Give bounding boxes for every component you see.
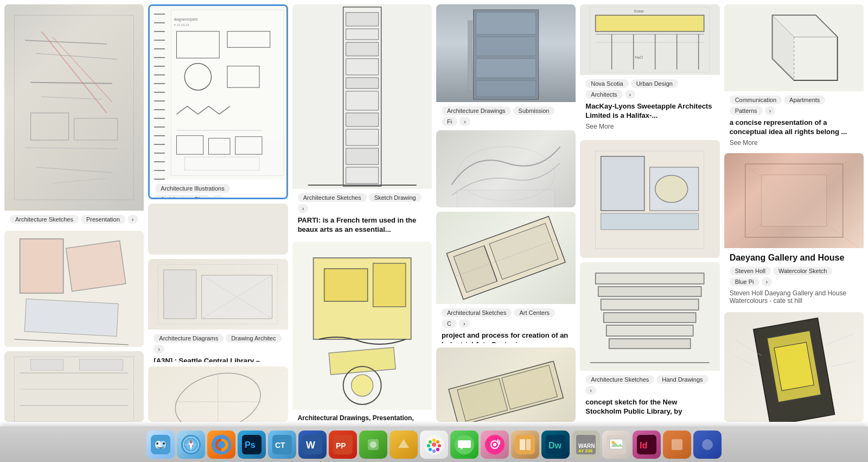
svg-rect-66 [457,190,555,207]
tag-steven-holl[interactable]: Steven Holl [730,267,771,275]
tag-apartments[interactable]: Apartments [784,96,825,104]
card-col2-4[interactable] [148,366,288,422]
card-col4-2[interactable] [436,130,576,207]
dock-item-firefox[interactable] [207,431,235,459]
card-desc: Steven Holl Daeyang Gallery and House Wa… [730,289,858,305]
card-info: Nova Scotia Urban Design Architects › Ma… [580,75,719,136]
tag-draw-arch[interactable]: Drawing Architec [226,334,282,343]
see-more-link[interactable]: See More [298,237,426,237]
tag-arch-sketches[interactable]: Architecture Sketches [10,215,79,224]
dock-item-dreamweaver[interactable]: Dw [541,431,570,459]
dock-item-books[interactable] [511,431,539,459]
tag-more[interactable]: › [585,386,596,395]
card-image [724,4,864,91]
card-col6-2[interactable]: Daeyang Gallery and House Steven Holl Wa… [724,153,864,308]
dock-item-ct[interactable]: CT [268,431,296,459]
card-col4-3[interactable]: Architectural Sketches Art Centers C › p… [436,212,576,343]
see-more-link[interactable]: See More [585,123,714,130]
svg-rect-157 [499,440,500,445]
tag-architects[interactable]: Architects [585,90,622,99]
card-col1-1[interactable]: Architecture Sketches Presentation › Pic… [4,4,144,226]
tag-arch-illus[interactable]: Architecture Illustrations [155,184,229,193]
card-col3-1[interactable]: Architecture Sketches Sketch Drawing › P… [292,4,432,237]
card-col5-2[interactable] [580,140,719,258]
tag-hand-drawings[interactable]: Hand Drawings [656,375,708,384]
tag-arch-draw[interactable]: Architecture Drawings [442,106,511,115]
tag-arch-ske[interactable]: Architecture Ske [155,195,210,199]
tag-fi[interactable]: Fi [442,117,457,126]
dock-item-itunes[interactable] [481,431,509,459]
dock-item-powerpoint[interactable]: PP [329,431,357,459]
svg-rect-99 [607,325,693,336]
card-col6-3[interactable] [724,312,864,422]
main-content: Architecture Sketches Presentation › Pic… [0,0,868,426]
svg-rect-12 [20,239,63,293]
card-col5-1[interactable]: Solar H₂O Nova Scotia Urban Design Archi… [580,4,719,136]
dock-item-indesign[interactable]: Id [633,431,661,459]
tag-more[interactable]: › [127,215,138,224]
dock-item-word[interactable]: W [298,431,327,459]
card-col1-3[interactable] [4,351,144,422]
see-more-link[interactable]: See More [730,307,858,308]
tag-arch-sketches[interactable]: Architectural Sketches [442,308,512,317]
tag-presentation[interactable]: Presentation [81,215,125,224]
card-col5-3[interactable]: Architecture Sketches Hand Drawings › co… [580,262,719,422]
dreamweaver-icon: Dw [546,435,565,454]
tag-art-centers[interactable]: Art Centers [514,308,555,317]
tag-more[interactable]: › [154,345,164,353]
tag-sketch-drawing[interactable]: Sketch Drawing [369,193,422,202]
card-col2-3[interactable]: Architecture Diagrams Drawing Architec ›… [148,259,288,362]
tag-more[interactable]: › [459,319,470,328]
dock-item-safari[interactable] [177,431,205,459]
tag-patterns[interactable]: Patterns [730,106,763,115]
grid-column-4: Architecture Drawings Submission Fi › MH… [436,4,576,422]
dock-item-photoshop[interactable]: Ps [238,431,266,459]
card-title: project and process for creation of an I… [442,331,570,343]
dock-item-finder[interactable] [146,431,175,459]
tag-more[interactable]: › [765,106,776,115]
svg-point-121 [163,442,165,445]
tag-nova-scotia[interactable]: Nova Scotia [585,79,628,88]
dock-item-warning[interactable]: WARN AY Z38 [572,431,600,459]
svg-rect-77 [596,15,704,31]
svg-rect-13 [66,241,126,292]
tag-c[interactable]: C [442,319,457,328]
card-col3-2[interactable]: Architectural Drawings, Presentation, Sk… [292,242,432,422]
svg-line-114 [734,356,756,366]
svg-rect-6 [74,118,118,140]
dock-item-app9[interactable] [693,431,722,459]
card-col4-1[interactable]: Architecture Drawings Submission Fi › MH… [436,4,576,126]
tag-watercolor[interactable]: Watercolor Sketch [773,267,832,275]
tag-arch-diag[interactable]: Architecture Diagrams [154,334,224,343]
dock-item-messages[interactable] [450,431,478,459]
tag-urban-design[interactable]: Urban Design [631,79,678,88]
tag-more[interactable]: › [212,195,223,199]
card-col2-2[interactable] [148,204,288,255]
tag-arch-sketches2[interactable]: Architecture Sketches [585,375,654,384]
tag-submission[interactable]: Submission [513,106,555,115]
dock-item-photos[interactable] [420,431,448,459]
tag-communication[interactable]: Communication [730,96,782,104]
dock-item-app7[interactable] [390,431,418,459]
tag-list: Steven Holl Watercolor Sketch Blue Pi › [730,267,858,286]
dock-item-image-viewer[interactable] [602,431,630,459]
dock-item-app6[interactable] [359,431,387,459]
svg-rect-0 [15,15,134,200]
tag-more[interactable]: › [625,90,636,99]
tag-arch-sketches[interactable]: Architecture Sketches [298,193,367,202]
card-col6-1[interactable]: Communication Apartments Patterns › a co… [724,4,864,149]
svg-text:PP: PP [336,441,346,450]
svg-rect-65 [468,21,473,91]
tag-more[interactable]: › [459,117,470,126]
tag-more[interactable]: › [762,277,773,286]
tag-blue[interactable]: Blue Pi [730,277,760,286]
yellow-sketch [292,242,432,410]
card-col2-1[interactable]: diagrams/parti 4 12.23.13 [148,4,288,199]
grey-sketch [436,130,576,207]
card-col4-4[interactable] [436,347,576,422]
dock-item-app8[interactable] [663,431,691,459]
see-more-link[interactable]: See More [730,139,858,147]
tag-more[interactable]: › [298,204,309,213]
card-image [4,351,144,422]
card-col1-2[interactable] [4,231,144,347]
